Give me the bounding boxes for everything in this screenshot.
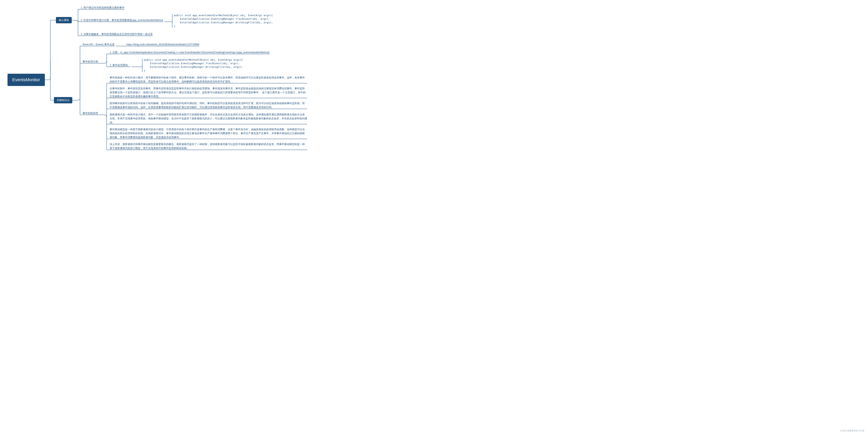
core-item-1: 1. 用户通过对话框选择想要注册的事件 (81, 6, 124, 10)
mechanism-p5: 事件驱动模型是一种基于观察者模式的设计模型。它将系统中的各个组件看作是事件的生产… (110, 127, 307, 139)
revit-api-link[interactable]: https://blog.csdn.net/weixin_44153630/ar… (126, 42, 199, 47)
example-logic-label: 2. 事件处理逻辑： (110, 63, 130, 67)
mechanism-p2: 在事件机制中，事件源负责发布事件，而事件监听器负责监听事件并执行相应的处理逻辑。… (110, 87, 307, 98)
root-node: EventsMonitor (7, 74, 45, 86)
example-label: 事件处理示例 (83, 60, 98, 64)
core-logic-label: 核心逻辑 (59, 18, 69, 22)
mechanism-p6: 综上所述，观察者模式和事件驱动模型是紧密相关的概念。观察者模式提供了一种机制，使… (110, 142, 307, 150)
key-points-label: 关键知识点 (57, 98, 69, 102)
mechanism-p1: 事件机制是一种软件设计模式，用于解耦系统中的各个组件。通过事件机制，系统中的一个… (110, 76, 307, 84)
core-logic-node: 核心逻辑 (56, 17, 72, 23)
mechanism-label: 事件机制原理 (83, 111, 98, 115)
example-register: 1. 注册：m_app.ControlledApplication.Docume… (110, 50, 270, 54)
mechanism-p4: 观察者模式是一种软件设计模式，其中一个目标物件管理着所有依附于它的观察者物件，并… (110, 113, 307, 124)
mechanism-p3: 使用事件机制可以将系统中的各个组件解耦，提高系统的可维护性和可测试性。同时，事件… (110, 102, 307, 109)
core-item-2: 2. 对选中的事件进行注册，事件处理函数都是app_eventsHandlerM… (81, 18, 163, 22)
core-item-3: 3. 当事件被触发，事件处理函数会在记录对话框中增加一条记录 (81, 32, 153, 36)
core-code: public void app_eventsHandlerMethod(Obje… (174, 13, 273, 28)
mindmap-canvas: EventsMonitor 核心逻辑 关键知识点 1. 用户通过对话框选择想要注… (0, 0, 868, 434)
key-points-node: 关键知识点 (54, 97, 72, 104)
root-label: EventsMonitor (12, 77, 40, 83)
revit-api-label: Revit API：Events 事件总览 (83, 42, 115, 47)
watermark: CSDN @极客BIM工作室 (840, 429, 864, 432)
example-code: public void app_eventsHandlerMethod(Obje… (144, 58, 243, 73)
